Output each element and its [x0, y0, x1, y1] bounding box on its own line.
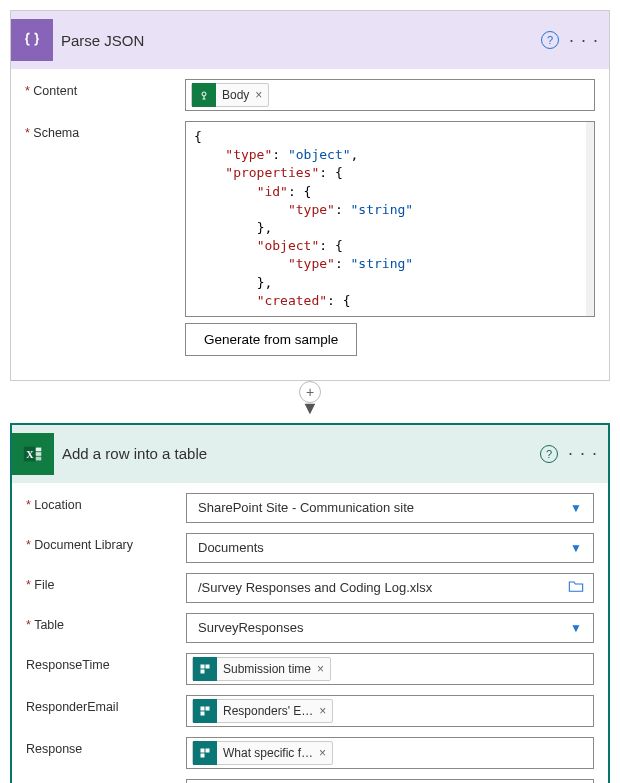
responder-input[interactable]: Responders' E… × [186, 695, 594, 727]
svg-rect-9 [201, 706, 205, 710]
generate-from-sample-button[interactable]: Generate from sample [185, 323, 357, 356]
svg-rect-3 [36, 447, 42, 451]
chevron-down-icon[interactable]: ▼ [564, 501, 588, 515]
submission-time-token[interactable]: Submission time × [192, 657, 331, 681]
parse-json-header[interactable]: Parse JSON ? · · · [11, 11, 609, 69]
chevron-down-icon[interactable]: ▼ [564, 621, 588, 635]
folder-picker-icon[interactable] [564, 579, 588, 596]
content-input[interactable]: Body × [185, 79, 595, 111]
chevron-down-icon[interactable]: ▼ [564, 541, 588, 555]
remove-token-icon[interactable]: × [255, 88, 268, 102]
response-label: Response [26, 737, 186, 756]
add-row-header[interactable]: X Add a row into a table ? · · · [12, 425, 608, 483]
svg-rect-10 [206, 706, 210, 710]
more-icon[interactable]: · · · [568, 443, 598, 464]
responsetime-label: ResponseTime [26, 653, 186, 672]
table-label: Table [26, 613, 186, 632]
svg-rect-13 [206, 748, 210, 752]
remove-token-icon[interactable]: × [319, 704, 332, 718]
scrollbar[interactable] [586, 122, 594, 316]
svg-point-0 [202, 92, 206, 96]
schema-label: Schema [25, 121, 185, 140]
body-token-icon [192, 83, 216, 107]
help-icon[interactable]: ? [541, 31, 559, 49]
svg-rect-12 [201, 748, 205, 752]
json-icon [11, 19, 53, 61]
forms-icon [193, 699, 217, 723]
forms-icon [193, 657, 217, 681]
response-input[interactable]: What specific f… × [186, 737, 594, 769]
connector: + ▼ [0, 381, 620, 423]
arrow-down-icon: ▼ [301, 401, 319, 415]
add-row-card: X Add a row into a table ? · · · Locatio… [10, 423, 610, 783]
responsetime-input[interactable]: Submission time × [186, 653, 594, 685]
svg-rect-6 [201, 664, 205, 668]
svg-rect-8 [201, 669, 205, 673]
excel-icon: X [12, 433, 54, 475]
body-token[interactable]: Body × [191, 83, 269, 107]
add-row-body: Location SharePoint Site - Communication… [12, 483, 608, 783]
card-title: Parse JSON [61, 32, 541, 49]
forms-icon [193, 741, 217, 765]
svg-rect-11 [201, 711, 205, 715]
svg-rect-14 [201, 753, 205, 757]
parse-json-body: Content Body × Schema { "type": "obj [11, 69, 609, 380]
remove-token-icon[interactable]: × [317, 662, 330, 676]
help-icon[interactable]: ? [540, 445, 558, 463]
svg-text:X: X [26, 449, 34, 460]
response-token[interactable]: What specific f… × [192, 741, 333, 765]
remove-token-icon[interactable]: × [319, 746, 332, 760]
gpt-input[interactable]: ƒx first(…) × [186, 779, 594, 783]
responder-label: ResponderEmail [26, 695, 186, 714]
file-label: File [26, 573, 186, 592]
svg-rect-5 [36, 457, 42, 461]
table-select[interactable]: SurveyResponses ▼ [186, 613, 594, 643]
responder-email-token[interactable]: Responders' E… × [192, 699, 333, 723]
schema-editor[interactable]: { "type": "object", "properties": { "id"… [185, 121, 595, 317]
card-title: Add a row into a table [62, 445, 540, 462]
parse-json-card: Parse JSON ? · · · Content Body × Schema [10, 10, 610, 381]
svg-rect-4 [36, 452, 42, 456]
content-label: Content [25, 79, 185, 98]
doclib-label: Document Library [26, 533, 186, 552]
doclib-select[interactable]: Documents ▼ [186, 533, 594, 563]
svg-rect-7 [206, 664, 210, 668]
more-icon[interactable]: · · · [569, 30, 599, 51]
file-input[interactable]: /Survey Responses and Coding Log.xlsx [186, 573, 594, 603]
location-select[interactable]: SharePoint Site - Communication site ▼ [186, 493, 594, 523]
gpt-label: GPTThematicCode [26, 779, 186, 783]
location-label: Location [26, 493, 186, 512]
